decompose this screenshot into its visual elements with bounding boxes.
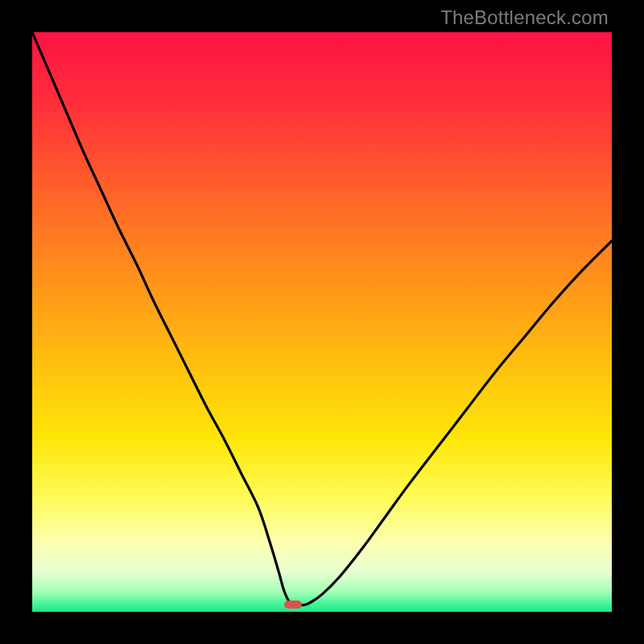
curve-layer — [32, 32, 612, 612]
plot-area — [32, 32, 612, 612]
watermark-text: TheBottleneck.com — [440, 6, 609, 29]
bottleneck-curve — [32, 32, 612, 605]
chart-frame: TheBottleneck.com — [0, 0, 644, 644]
optimal-point-marker — [284, 601, 302, 609]
